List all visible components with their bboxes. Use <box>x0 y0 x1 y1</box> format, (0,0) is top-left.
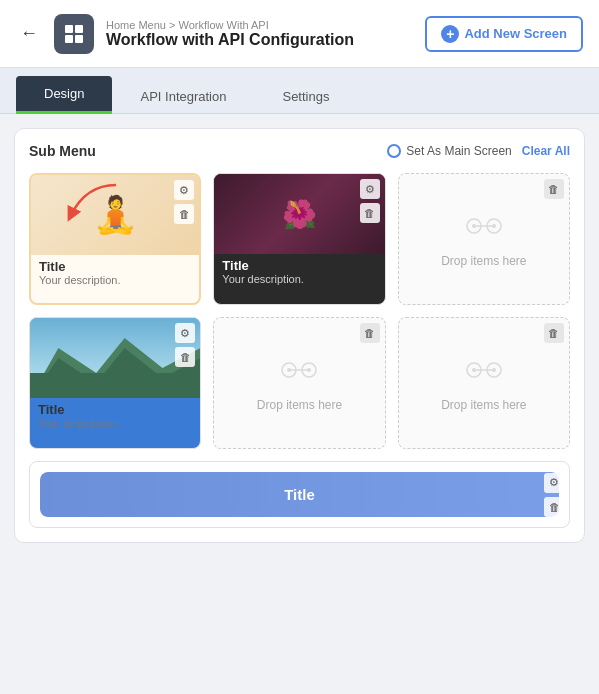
card-6[interactable]: Drop items here 🗑 <box>398 317 570 449</box>
app-icon-svg <box>62 22 86 46</box>
card-1-title: Title <box>39 259 191 274</box>
set-main-text: Set As Main Screen <box>406 144 511 158</box>
card-1-body: Title Your description. <box>31 255 199 292</box>
svg-rect-3 <box>75 35 83 43</box>
drop-icon-5 <box>279 355 319 392</box>
tab-settings[interactable]: Settings <box>254 79 357 114</box>
card-6-actions: 🗑 <box>544 323 564 343</box>
svg-point-9 <box>492 224 496 228</box>
card-1-delete-button[interactable]: 🗑 <box>174 204 194 224</box>
card-4[interactable]: Title Your description. ⚙ 🗑 <box>29 317 201 449</box>
back-button[interactable]: ← <box>16 19 42 48</box>
card-4-title: Title <box>38 402 192 417</box>
main-content: Sub Menu Set As Main Screen Clear All <box>0 114 599 557</box>
card-4-desc: Your description. <box>38 417 192 429</box>
tabs-bar: Design API Integration Settings <box>0 68 599 114</box>
cards-grid-row2: Title Your description. ⚙ 🗑 <box>29 317 570 449</box>
add-new-screen-button[interactable]: + Add New Screen <box>425 16 583 52</box>
wide-card[interactable]: Title ⚙ 🗑 <box>29 461 570 528</box>
card-1-gear-button[interactable]: ⚙ <box>174 180 194 200</box>
wide-card-actions: ⚙ 🗑 <box>544 473 564 517</box>
header: ← Home Menu > Workflow With API Workflow… <box>0 0 599 68</box>
header-left: ← Home Menu > Workflow With API Workflow… <box>16 14 354 54</box>
header-title-area: Home Menu > Workflow With API Workflow w… <box>106 19 354 49</box>
card-2-title: Title <box>222 258 376 273</box>
tab-api-integration[interactable]: API Integration <box>112 79 254 114</box>
panel-header-left: Sub Menu <box>29 143 96 159</box>
card-3-actions: 🗑 <box>544 179 564 199</box>
yoga-figure-icon: 🧘 <box>93 197 138 233</box>
panel: Sub Menu Set As Main Screen Clear All <box>14 128 585 543</box>
card-3-delete-button[interactable]: 🗑 <box>544 179 564 199</box>
wide-card-gear-button[interactable]: ⚙ <box>544 473 564 493</box>
svg-rect-13 <box>30 373 200 398</box>
panel-header: Sub Menu Set As Main Screen Clear All <box>29 143 570 159</box>
card-2-desc: Your description. <box>222 273 376 285</box>
bottom-row: Title ⚙ 🗑 <box>29 461 570 528</box>
card-5-delete-button[interactable]: 🗑 <box>360 323 380 343</box>
panel-header-right: Set As Main Screen Clear All <box>387 144 570 158</box>
card-1-actions: ⚙ 🗑 <box>174 180 194 224</box>
wide-card-delete-button[interactable]: 🗑 <box>544 497 564 517</box>
drop-icon-6 <box>464 355 504 392</box>
cards-grid-row1: 🧘 Title Your description. ⚙ 🗑 🌺 Title <box>29 173 570 305</box>
card-1[interactable]: 🧘 Title Your description. ⚙ 🗑 <box>29 173 201 305</box>
plus-icon: + <box>441 25 459 43</box>
card-2-body: Title Your description. <box>214 254 384 291</box>
svg-rect-1 <box>75 25 83 33</box>
page-title: Workflow with API Configuration <box>106 31 354 49</box>
card-4-actions: ⚙ 🗑 <box>175 323 195 367</box>
card-1-desc: Your description. <box>39 274 191 286</box>
card-2-actions: ⚙ 🗑 <box>360 179 380 223</box>
add-screen-label: Add New Screen <box>464 26 567 41</box>
drop-icon-3 <box>464 211 504 248</box>
card-2-gear-button[interactable]: ⚙ <box>360 179 380 199</box>
breadcrumb-home: Home Menu <box>106 19 166 31</box>
drop-label-3: Drop items here <box>441 254 526 268</box>
tab-design[interactable]: Design <box>16 76 112 114</box>
card-6-delete-button[interactable]: 🗑 <box>544 323 564 343</box>
card-3[interactable]: Drop items here 🗑 <box>398 173 570 305</box>
radio-circle-icon <box>387 144 401 158</box>
wide-bar-title: Title <box>40 472 559 517</box>
card-4-gear-button[interactable]: ⚙ <box>175 323 195 343</box>
drop-label-6: Drop items here <box>441 398 526 412</box>
svg-rect-2 <box>65 35 73 43</box>
set-as-main-label[interactable]: Set As Main Screen <box>387 144 511 158</box>
svg-rect-0 <box>65 25 73 33</box>
card-4-delete-button[interactable]: 🗑 <box>175 347 195 367</box>
card-4-body: Title Your description. <box>30 398 200 435</box>
card-2[interactable]: 🌺 Title Your description. ⚙ 🗑 <box>213 173 385 305</box>
svg-point-22 <box>472 368 476 372</box>
wide-card-inner: Title <box>40 472 559 517</box>
svg-point-18 <box>307 368 311 372</box>
dark-image-icon: 🌺 <box>282 198 317 231</box>
svg-point-23 <box>492 368 496 372</box>
card-5-actions: 🗑 <box>360 323 380 343</box>
card-5[interactable]: Drop items here 🗑 <box>213 317 385 449</box>
card-2-delete-button[interactable]: 🗑 <box>360 203 380 223</box>
clear-button[interactable]: Clear All <box>522 144 570 158</box>
breadcrumb: Home Menu > Workflow With API <box>106 19 354 31</box>
app-icon <box>54 14 94 54</box>
breadcrumb-current: Workflow With API <box>178 19 268 31</box>
svg-point-17 <box>287 368 291 372</box>
sub-menu-label: Sub Menu <box>29 143 96 159</box>
svg-point-8 <box>472 224 476 228</box>
drop-label-5: Drop items here <box>257 398 342 412</box>
